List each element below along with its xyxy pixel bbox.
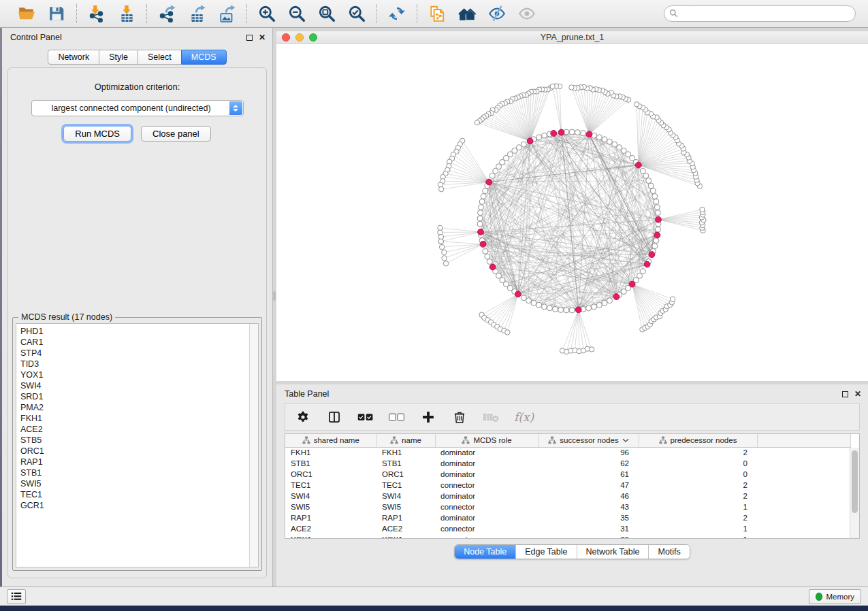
cell-name[interactable]: SWI5 xyxy=(376,501,435,512)
cell-predecessor-nodes[interactable]: 1 xyxy=(639,523,757,534)
cell-successor-nodes[interactable]: 43 xyxy=(539,501,639,512)
result-node-item[interactable]: GCR1 xyxy=(20,500,245,511)
result-node-item[interactable]: PHD1 xyxy=(20,326,245,337)
close-table-panel-icon[interactable]: ✕ xyxy=(854,391,861,397)
cell-MCDS-role[interactable]: connector xyxy=(435,534,539,539)
cell-MCDS-role[interactable]: dominator xyxy=(435,512,539,523)
cell-successor-nodes[interactable]: 47 xyxy=(539,480,639,491)
cell-MCDS-role[interactable]: dominator xyxy=(435,447,539,458)
refresh-icon[interactable] xyxy=(387,3,407,24)
graph-mcds-node[interactable] xyxy=(489,264,496,270)
mcds-result-list[interactable]: PHD1CAR1STP4TID3YOX1SWI4SRD1PMA2FKH1ACE2… xyxy=(16,323,259,567)
graph-node[interactable] xyxy=(485,254,490,259)
graph-node[interactable] xyxy=(558,307,564,312)
search-input[interactable] xyxy=(664,5,856,22)
cell-successor-nodes[interactable]: 35 xyxy=(539,512,639,523)
graph-mcds-node[interactable] xyxy=(629,281,635,287)
cell-shared-name[interactable]: ACE2 xyxy=(285,523,376,534)
zoom-out-icon[interactable] xyxy=(287,3,307,24)
graph-node[interactable] xyxy=(569,308,575,313)
graph-node[interactable] xyxy=(531,300,536,306)
clone-network-icon[interactable] xyxy=(427,3,447,24)
graph-node[interactable] xyxy=(654,205,660,210)
graph-node[interactable] xyxy=(596,302,602,308)
result-node-item[interactable]: STB1 xyxy=(20,467,245,478)
result-node-item[interactable]: ACE2 xyxy=(20,424,245,435)
cell-shared-name[interactable]: TEC1 xyxy=(285,480,376,491)
save-session-icon[interactable] xyxy=(46,3,67,24)
cell-predecessor-nodes[interactable]: 1 xyxy=(639,534,757,539)
graph-node[interactable] xyxy=(569,129,575,135)
table-row[interactable]: RAP1RAP1dominator352 xyxy=(285,512,850,523)
cell-MCDS-role[interactable]: connector xyxy=(435,480,539,491)
cell-successor-nodes[interactable]: 31 xyxy=(539,523,639,534)
graph-satellite-node[interactable] xyxy=(550,84,555,88)
table-row[interactable]: SWI5SWI5connector431 xyxy=(285,501,850,512)
graph-mcds-node[interactable] xyxy=(480,242,486,248)
cell-successor-nodes[interactable]: 61 xyxy=(539,469,639,480)
graph-satellite-node[interactable] xyxy=(475,120,479,125)
graph-node[interactable] xyxy=(612,142,617,147)
graph-mcds-node[interactable] xyxy=(486,179,492,185)
graph-node[interactable] xyxy=(477,221,483,227)
graph-satellite-node[interactable] xyxy=(442,256,447,261)
graph-mcds-node[interactable] xyxy=(656,216,662,222)
cell-shared-name[interactable]: YOX1 xyxy=(285,534,376,539)
cell-predecessor-nodes[interactable]: 0 xyxy=(639,458,757,469)
cell-MCDS-role[interactable]: dominator xyxy=(435,469,539,480)
graph-node[interactable] xyxy=(646,178,652,184)
graph-satellite-node[interactable] xyxy=(442,250,447,254)
graph-mcds-node[interactable] xyxy=(575,307,581,313)
column-header-shared-name[interactable]: shared name xyxy=(285,434,376,447)
cell-MCDS-role[interactable]: dominator xyxy=(435,458,539,469)
graph-node[interactable] xyxy=(648,183,654,188)
cell-successor-nodes[interactable]: 96 xyxy=(539,447,639,458)
graph-mcds-node[interactable] xyxy=(649,252,655,258)
result-node-item[interactable]: CAR1 xyxy=(20,337,245,348)
graph-node[interactable] xyxy=(489,173,495,178)
cell-predecessor-nodes[interactable]: 1 xyxy=(639,501,757,512)
graph-mcds-node[interactable] xyxy=(558,129,564,135)
cell-shared-name[interactable]: STB1 xyxy=(285,458,376,469)
select-all-icon[interactable] xyxy=(357,409,374,425)
result-node-item[interactable]: YOX1 xyxy=(20,369,245,380)
sort-caret-icon[interactable] xyxy=(622,438,629,442)
graph-mcds-node[interactable] xyxy=(613,294,620,300)
graph-satellite-node[interactable] xyxy=(438,239,443,244)
cell-predecessor-nodes[interactable]: 2 xyxy=(639,512,757,523)
cell-predecessor-nodes[interactable]: 2 xyxy=(639,480,757,491)
cell-predecessor-nodes[interactable]: 0 xyxy=(639,469,757,480)
table-scrollbar[interactable] xyxy=(850,448,859,538)
table-scrollbar-thumb[interactable] xyxy=(852,450,858,513)
cell-MCDS-role[interactable]: dominator xyxy=(435,491,539,501)
graph-node[interactable] xyxy=(607,139,612,144)
task-history-button[interactable] xyxy=(7,589,26,604)
table-row[interactable]: YOX1YOX1connector291 xyxy=(285,534,850,539)
result-node-item[interactable]: ORC1 xyxy=(20,446,245,457)
export-table-icon[interactable] xyxy=(187,3,207,24)
graph-mcds-node[interactable] xyxy=(586,131,592,137)
tab-network[interactable]: Network xyxy=(48,50,99,65)
graph-node[interactable] xyxy=(586,306,592,311)
graph-node[interactable] xyxy=(483,248,488,254)
graph-node[interactable] xyxy=(655,210,660,216)
add-icon[interactable] xyxy=(420,409,436,425)
cell-successor-nodes[interactable]: 46 xyxy=(539,491,639,501)
graph-mcds-node[interactable] xyxy=(635,162,641,168)
tab-mcds[interactable]: MCDS xyxy=(181,50,227,65)
graph-mcds-node[interactable] xyxy=(478,229,484,235)
hide-selected-icon[interactable] xyxy=(487,3,507,24)
graph-node[interactable] xyxy=(553,306,558,312)
result-node-item[interactable]: SWI4 xyxy=(20,380,245,391)
result-node-item[interactable]: PMA2 xyxy=(20,402,245,413)
first-neighbors-icon[interactable] xyxy=(457,3,477,24)
table-row[interactable]: ACE2ACE2connector311 xyxy=(285,523,850,534)
open-file-icon[interactable] xyxy=(16,3,37,24)
cell-MCDS-role[interactable]: connector xyxy=(435,523,539,534)
graph-satellite-node[interactable] xyxy=(505,330,510,335)
graph-node[interactable] xyxy=(655,227,660,232)
cell-predecessor-nodes[interactable]: 2 xyxy=(639,491,757,501)
graph-node[interactable] xyxy=(654,199,659,204)
graph-node[interactable] xyxy=(541,133,547,138)
table-row[interactable]: TEC1TEC1connector472 xyxy=(285,480,850,491)
